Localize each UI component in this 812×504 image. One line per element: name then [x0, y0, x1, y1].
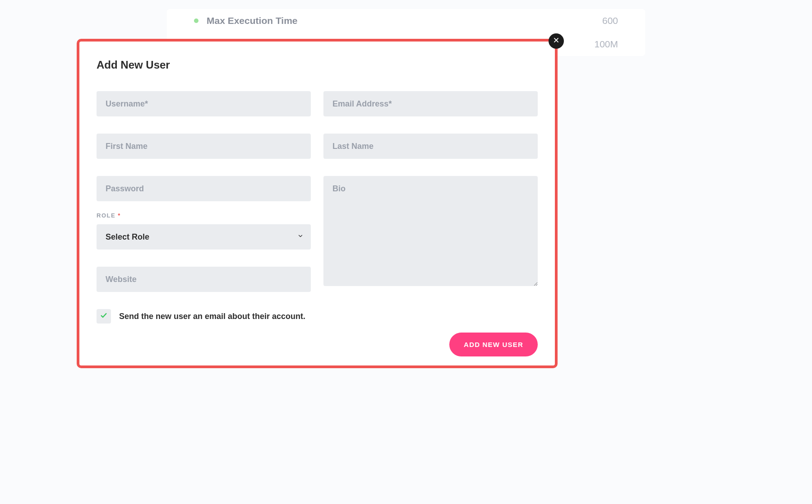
- email-field[interactable]: [323, 91, 538, 116]
- username-field[interactable]: [97, 91, 311, 116]
- role-select[interactable]: Select Role: [97, 224, 311, 250]
- send-email-checkbox[interactable]: [97, 309, 111, 324]
- bg-row-max-exec: Max Execution Time 600: [194, 9, 618, 32]
- add-new-user-button[interactable]: ADD NEW USER: [449, 333, 538, 356]
- modal-title: Add New User: [97, 59, 538, 71]
- role-selected-value: Select Role: [106, 232, 149, 242]
- bg-row-value: 600: [602, 15, 618, 26]
- role-label-text: ROLE: [97, 212, 115, 219]
- send-email-label: Send the new user an email about their a…: [119, 312, 305, 321]
- close-button[interactable]: [549, 33, 564, 49]
- close-icon: [553, 37, 559, 45]
- website-field[interactable]: [97, 267, 311, 292]
- role-label: ROLE *: [97, 212, 311, 219]
- check-icon: [100, 312, 107, 321]
- add-user-modal: Add New User ROLE: [77, 39, 558, 368]
- bio-field[interactable]: [323, 176, 538, 286]
- password-field[interactable]: [97, 176, 311, 201]
- bg-row-value: 100M: [594, 39, 618, 50]
- last-name-field[interactable]: [323, 134, 538, 159]
- required-asterisk: *: [118, 212, 121, 219]
- first-name-field[interactable]: [97, 134, 311, 159]
- status-dot-icon: [194, 18, 198, 23]
- bg-row-label: Max Execution Time: [207, 15, 602, 26]
